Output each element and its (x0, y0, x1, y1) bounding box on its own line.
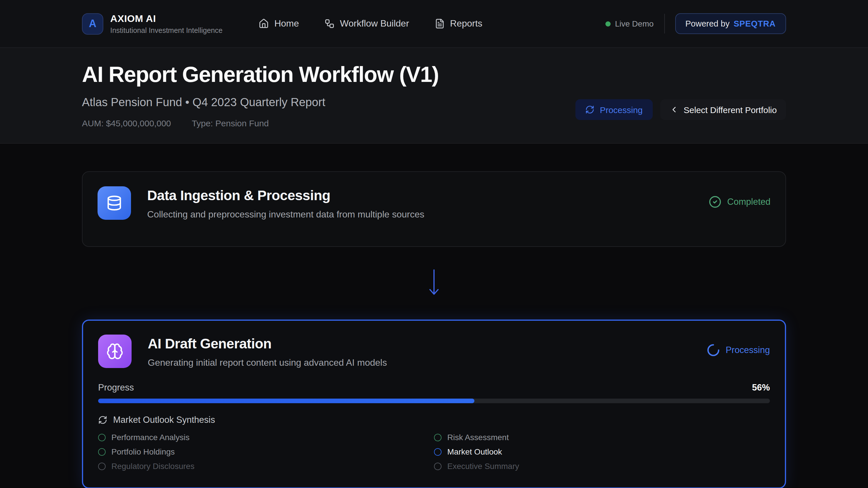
brand-logo-icon: A (82, 13, 103, 34)
step-title: AI Draft Generation (148, 335, 387, 352)
page-title: AI Report Generation Workflow (V1) (82, 62, 439, 88)
arrow-down-icon (428, 269, 440, 297)
processing-status-badge: Processing (576, 99, 652, 120)
task-item-portfolio-holdings: Portfolio Holdings (98, 447, 434, 457)
brand-tagline: Institutional Investment Intelligence (110, 26, 222, 34)
workflow-step-data-ingestion[interactable]: Data Ingestion & Processing Collecting a… (82, 171, 786, 247)
step-description: Generating initial report content using … (148, 357, 387, 368)
task-checklist: Performance Analysis Portfolio Holdings … (98, 432, 770, 471)
workflow-step-ai-draft[interactable]: AI Draft Generation Generating initial r… (82, 319, 786, 488)
spinner-icon (707, 344, 720, 356)
step-status-processing: Processing (707, 334, 770, 356)
nav-item-workflow-builder[interactable]: Workflow Builder (324, 19, 409, 29)
progress-label: Progress (98, 382, 134, 393)
brand-name: AXIOM AI (110, 13, 222, 25)
task-label: Market Outlook (447, 447, 502, 456)
live-demo-label: Live Demo (615, 19, 654, 28)
task-item-executive-summary: Executive Summary (434, 461, 770, 471)
brand[interactable]: A AXIOM AI Institutional Investment Inte… (82, 13, 222, 34)
brain-icon (98, 334, 132, 368)
progress-bar (98, 398, 770, 403)
aum-value: AUM: $45,000,000,000 (82, 118, 171, 128)
portfolio-subtitle: Atlas Pension Fund • Q4 2023 Quarterly R… (82, 95, 439, 109)
home-icon (259, 19, 269, 29)
database-icon (97, 186, 131, 220)
refresh-icon (586, 105, 595, 115)
nav-item-reports[interactable]: Reports (435, 19, 483, 29)
status-circle-icon (98, 448, 105, 455)
task-label: Portfolio Holdings (112, 447, 175, 456)
select-portfolio-button[interactable]: Select Different Portfolio (660, 99, 786, 120)
fund-type-value: Type: Pension Fund (192, 118, 269, 128)
step-status-label: Processing (726, 345, 770, 355)
status-circle-icon (98, 433, 105, 441)
status-circle-icon (434, 462, 441, 470)
file-text-icon (435, 19, 445, 29)
task-item-risk-assessment: Risk Assessment (434, 432, 770, 442)
nav-item-home[interactable]: Home (259, 19, 299, 29)
task-label: Executive Summary (447, 461, 519, 471)
top-nav-bar: A AXIOM AI Institutional Investment Inte… (0, 0, 868, 48)
nav-label-reports: Reports (450, 19, 483, 29)
header-divider (664, 14, 664, 33)
main-nav: Home Workflow Builder Reports (259, 19, 483, 29)
step-description: Collecting and preprocessing investment … (147, 209, 424, 220)
nav-label-home: Home (274, 19, 299, 29)
processing-badge-label: Processing (600, 105, 643, 115)
progress-percent: 56% (752, 382, 770, 393)
status-circle-icon (434, 433, 441, 441)
flow-connector (82, 247, 786, 319)
page-header-section: AI Report Generation Workflow (V1) Atlas… (0, 48, 868, 143)
progress-fill (98, 398, 474, 403)
live-demo-status: Live Demo (605, 19, 654, 28)
chevron-left-icon (669, 105, 678, 115)
powered-by-brand: SPEQTRA (734, 19, 776, 28)
step-title: Data Ingestion & Processing (147, 187, 424, 203)
live-dot-icon (605, 21, 610, 26)
powered-by-button[interactable]: Powered by SPEQTRA (675, 13, 786, 34)
task-label: Regulatory Disclosures (112, 461, 194, 471)
workflow-canvas: Data Ingestion & Processing Collecting a… (0, 143, 868, 488)
select-portfolio-label: Select Different Portfolio (684, 105, 777, 115)
task-label: Performance Analysis (112, 433, 190, 442)
current-task-label: Market Outlook Synthesis (113, 415, 215, 425)
step-status-completed: Completed (709, 186, 771, 208)
status-circle-icon (98, 462, 105, 470)
task-item-regulatory-disclosures: Regulatory Disclosures (98, 461, 434, 471)
task-item-performance-analysis: Performance Analysis (98, 432, 434, 442)
refresh-icon (98, 415, 107, 424)
task-item-market-outlook: Market Outlook (434, 447, 770, 457)
task-label: Risk Assessment (447, 433, 509, 442)
status-circle-icon (434, 448, 441, 455)
nav-label-workflow-builder: Workflow Builder (340, 19, 409, 29)
step-status-label: Completed (727, 196, 771, 207)
workflow-icon (324, 19, 335, 29)
circle-check-icon (709, 195, 721, 208)
powered-by-prefix: Powered by (685, 19, 730, 28)
